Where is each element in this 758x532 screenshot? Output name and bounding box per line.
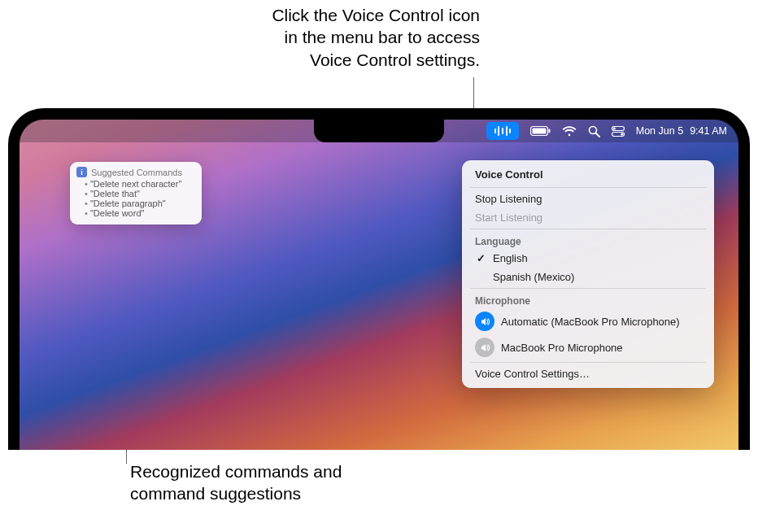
menubar-clock[interactable]: Mon Jun 5 9:41 AM [636,122,727,140]
speaker-icon [475,312,494,331]
menu-item-label: Stop Listening [475,193,542,205]
menu-separator [470,187,706,188]
laptop-frame: Mon Jun 5 9:41 AM i Suggested Commands "… [8,108,750,450]
menubar-date: Mon Jun 5 [636,125,683,137]
menu-item-label: Start Listening [475,211,542,224]
menu-item-label: Spanish (Mexico) [493,271,574,283]
menu-separator [470,288,706,289]
suggested-command-item: "Delete next character" [85,179,195,189]
checkmark-icon: ✓ [475,252,486,264]
stop-listening-item[interactable]: Stop Listening [467,190,709,208]
control-center-icon[interactable] [612,122,625,140]
microphone-option-automatic[interactable]: Automatic (MacBook Pro Microphone) [467,308,709,334]
suggested-command-item: "Delete that" [85,189,195,198]
menu-item-label: English [493,252,528,264]
voice-control-menu: Voice Control Stop Listening Start Liste… [462,160,714,388]
speaker-icon [475,338,494,357]
suggested-commands-list: "Delete next character" "Delete that" "D… [76,179,195,218]
microphone-section-label: Microphone [467,290,709,308]
language-option-spanish[interactable]: Spanish (Mexico) [467,268,709,286]
wifi-icon[interactable] [562,122,577,140]
suggested-commands-title: Suggested Commands [91,168,182,177]
menu-separator [470,362,706,363]
suggested-commands-panel: i Suggested Commands "Delete next charac… [70,162,202,225]
language-option-english[interactable]: ✓ English [467,249,709,268]
spotlight-search-icon[interactable] [588,122,600,140]
svg-line-9 [595,133,599,137]
suggested-command-item: "Delete word" [85,208,195,218]
svg-rect-6 [532,129,546,134]
info-icon: i [76,167,87,177]
svg-rect-0 [494,129,496,133]
caption-top: Click the Voice Control icon in the menu… [0,4,480,71]
svg-point-11 [612,127,615,129]
menu-item-label: Automatic (MacBook Pro Microphone) [501,316,680,328]
microphone-option-builtin[interactable]: MacBook Pro Microphone [467,334,709,360]
caption-bottom: Recognized commands and command suggesti… [130,460,342,505]
battery-icon[interactable] [530,122,551,140]
menu-item-label: MacBook Pro Microphone [501,342,623,354]
svg-rect-2 [502,128,503,134]
svg-rect-3 [506,126,508,136]
svg-rect-1 [498,126,499,136]
menu-separator [470,229,706,229]
language-section-label: Language [467,231,709,249]
suggested-command-item: "Delete paragraph" [85,198,195,208]
display-notch [314,120,444,142]
svg-point-13 [621,133,623,135]
start-listening-item: Start Listening [467,208,709,227]
voice-control-menu-title: Voice Control [467,165,709,185]
voice-control-menubar-icon[interactable] [486,122,519,140]
voice-control-settings-item[interactable]: Voice Control Settings… [467,364,709,383]
menubar-time: 9:41 AM [690,125,727,137]
desktop-wallpaper: Mon Jun 5 9:41 AM i Suggested Commands "… [20,120,738,450]
menu-item-label: Voice Control Settings… [475,368,590,380]
svg-rect-7 [548,129,550,133]
svg-rect-4 [509,129,511,133]
